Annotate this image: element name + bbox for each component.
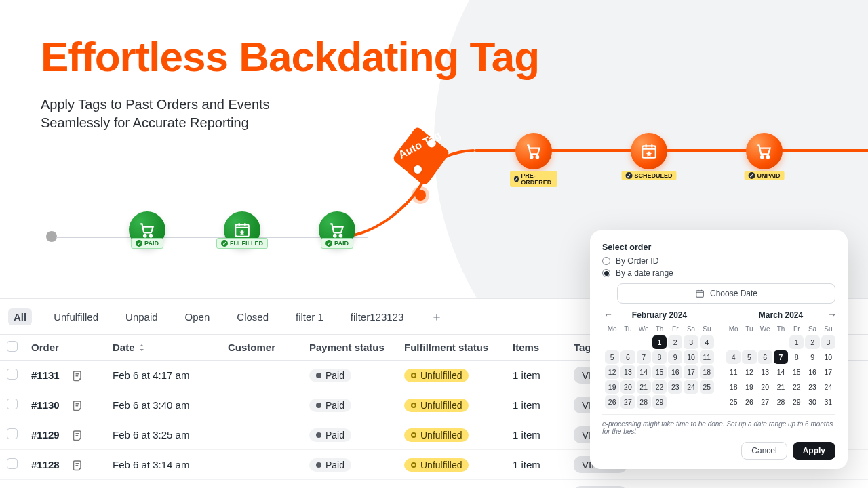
calendar-prev-month[interactable]: ← — [604, 309, 613, 320]
tab-open[interactable]: Open — [180, 308, 216, 325]
calendar-day[interactable]: 22 — [789, 380, 804, 394]
calendar-day[interactable]: 18 — [726, 380, 741, 394]
calendar-day[interactable]: 10 — [684, 350, 698, 364]
cancel-button[interactable]: Cancel — [741, 442, 787, 460]
calendar-day[interactable]: 8 — [789, 350, 804, 364]
calendar-day[interactable]: 16 — [668, 365, 682, 379]
calendar-day[interactable]: 12 — [605, 365, 619, 379]
calendar-day[interactable]: 27 — [620, 395, 635, 409]
calendar-day[interactable]: 4 — [726, 350, 741, 364]
radio-by-date-range[interactable]: By a date range — [602, 268, 835, 278]
calendar-day[interactable]: 9 — [805, 350, 819, 364]
calendar-day[interactable]: 30 — [805, 395, 819, 409]
calendar-day[interactable]: 26 — [742, 395, 756, 409]
select-all-checkbox[interactable] — [7, 341, 18, 352]
header-items[interactable]: Items — [513, 342, 574, 353]
cell-payment: Paid — [309, 399, 404, 412]
panel-title: Select order — [602, 243, 835, 252]
calendar-day[interactable]: 12 — [742, 365, 756, 379]
calendar-day[interactable]: 10 — [821, 350, 835, 364]
calendar-day[interactable]: 11 — [700, 350, 714, 364]
calendar-day[interactable]: 1 — [789, 336, 804, 349]
calendar-day[interactable]: 7 — [774, 350, 788, 364]
timeline-node-past: ✓PAID — [129, 211, 165, 248]
calendar-day[interactable]: 14 — [774, 365, 788, 379]
calendar-day[interactable]: 6 — [620, 350, 635, 364]
calendar-day[interactable]: 16 — [805, 365, 819, 379]
tab-filter-1[interactable]: filter 1 — [290, 308, 329, 325]
calendar-day[interactable]: 2 — [668, 336, 682, 349]
header-fulfillment[interactable]: Fulfillment status — [404, 342, 513, 353]
timeline-node-past: ✓PAID — [319, 211, 355, 248]
calendar-day[interactable]: 28 — [774, 395, 788, 409]
calendar-day[interactable]: 3 — [821, 336, 835, 349]
row-checkbox[interactable] — [7, 399, 18, 409]
calendar-day[interactable]: 17 — [684, 365, 698, 379]
calendar-dow: Su — [700, 324, 714, 334]
cell-items: 1 item — [513, 429, 574, 441]
calendar-day[interactable]: 13 — [620, 365, 635, 379]
calendar-day[interactable]: 9 — [668, 350, 682, 364]
table-row[interactable]: #1127 Feb 6 at 2:54 am Paid Unfulfilled … — [0, 480, 868, 488]
calendar-day[interactable]: 4 — [700, 336, 714, 349]
row-checkbox[interactable] — [7, 369, 18, 380]
calendar-day[interactable]: 19 — [605, 380, 619, 394]
calendar-day[interactable]: 6 — [758, 350, 772, 364]
note-icon[interactable] — [71, 429, 83, 441]
calendar-day[interactable]: 5 — [605, 350, 619, 364]
radio-by-order-id[interactable]: By Order ID — [602, 256, 835, 266]
calendar-day[interactable]: 18 — [700, 365, 714, 379]
calendar-day[interactable]: 29 — [652, 395, 667, 409]
calendar-day[interactable]: 7 — [637, 350, 651, 364]
apply-button[interactable]: Apply — [793, 442, 835, 460]
calendar-day[interactable]: 31 — [821, 395, 835, 409]
add-filter-button[interactable]: ＋ — [425, 306, 448, 327]
calendar-day[interactable]: 17 — [821, 365, 835, 379]
tab-unpaid[interactable]: Unpaid — [120, 308, 163, 325]
calendar-next-month[interactable]: → — [827, 309, 837, 320]
calendar-day[interactable]: 26 — [605, 395, 619, 409]
calendar-day[interactable]: 19 — [742, 380, 756, 394]
calendar-day[interactable]: 21 — [637, 380, 651, 394]
calendar-day[interactable]: 25 — [700, 380, 714, 394]
choose-date-button[interactable]: Choose Date — [617, 283, 835, 304]
calendar-day[interactable]: 13 — [758, 365, 772, 379]
note-icon[interactable] — [71, 459, 83, 471]
note-icon[interactable] — [71, 369, 83, 382]
calendar-day[interactable]: 23 — [668, 380, 682, 394]
row-checkbox[interactable] — [7, 428, 18, 439]
calendar-day[interactable]: 24 — [684, 380, 698, 394]
calendar-day[interactable]: 25 — [726, 395, 741, 409]
tab-filter123123[interactable]: filter123123 — [345, 308, 409, 325]
timeline-badge: ✓PRE-ORDERED — [510, 171, 557, 187]
calendar-day[interactable]: 11 — [726, 365, 741, 379]
header-order[interactable]: Order — [31, 342, 113, 353]
calendar-day[interactable]: 14 — [637, 365, 651, 379]
calendar-day[interactable]: 15 — [652, 365, 667, 379]
header-payment[interactable]: Payment status — [309, 342, 404, 353]
calendar-day[interactable]: 2 — [805, 336, 819, 349]
calendar-day[interactable]: 15 — [789, 365, 804, 379]
tab-unfulfilled[interactable]: Unfulfilled — [48, 308, 104, 325]
calendar-day[interactable]: 21 — [774, 380, 788, 394]
calendar-day[interactable]: 23 — [805, 380, 819, 394]
calendar-day[interactable]: 27 — [758, 395, 772, 409]
tab-all[interactable]: All — [8, 308, 32, 325]
calendar-day[interactable]: 29 — [789, 395, 804, 409]
calendar-dow: Mo — [605, 324, 619, 334]
header-customer[interactable]: Customer — [228, 342, 309, 353]
calendar-day[interactable]: 1 — [652, 336, 667, 349]
calendar-day[interactable]: 22 — [652, 380, 667, 394]
calendar-day[interactable]: 3 — [684, 336, 698, 349]
calendar-day[interactable]: 5 — [742, 350, 756, 364]
calendar-day[interactable]: 20 — [620, 380, 635, 394]
note-icon[interactable] — [71, 399, 83, 411]
tab-closed[interactable]: Closed — [231, 308, 274, 325]
calendar-day[interactable]: 24 — [821, 380, 835, 394]
calendar-day[interactable]: 8 — [652, 350, 667, 364]
row-checkbox[interactable] — [7, 458, 18, 469]
header-date[interactable]: Date — [113, 342, 228, 353]
calendar-day[interactable]: 20 — [758, 380, 772, 394]
calendar-day[interactable]: 28 — [637, 395, 651, 409]
cell-payment: Paid — [309, 458, 404, 472]
